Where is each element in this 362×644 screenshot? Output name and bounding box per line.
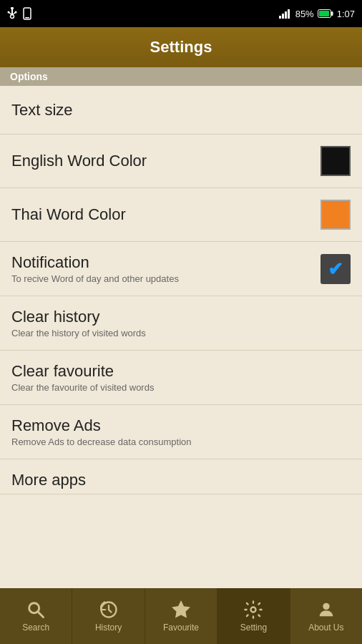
clear-favourite-title: Clear favourite — [11, 362, 351, 381]
english-word-color-title: English Word Color — [11, 152, 321, 170]
history-icon — [99, 600, 119, 620]
nav-history[interactable]: History — [72, 588, 145, 644]
svg-rect-10 — [282, 14, 284, 19]
clear-history-title: Clear history — [11, 308, 351, 326]
svg-rect-9 — [279, 16, 281, 19]
svg-rect-15 — [319, 11, 329, 16]
notification-checkbox[interactable]: ✔ — [321, 254, 351, 284]
search-icon — [26, 600, 46, 620]
thai-color-swatch[interactable] — [321, 200, 351, 230]
battery-icon — [318, 9, 333, 18]
svg-point-5 — [15, 11, 17, 14]
svg-line-17 — [39, 613, 44, 618]
checkmark-icon: ✔ — [328, 260, 343, 278]
svg-point-20 — [251, 608, 256, 613]
svg-rect-11 — [285, 11, 287, 19]
clear-history-item[interactable]: Clear history Clear the history of visit… — [0, 296, 362, 351]
svg-rect-8 — [25, 17, 29, 19]
remove-ads-item[interactable]: Remove Ads Remove Ads to decrease data c… — [0, 405, 362, 459]
star-icon — [171, 600, 191, 620]
svg-point-6 — [11, 15, 14, 19]
nav-history-label: History — [95, 623, 122, 633]
section-label: Options — [0, 67, 362, 86]
clock: 1:07 — [337, 9, 355, 19]
nav-setting[interactable]: Setting — [217, 588, 290, 644]
nav-search-label: Search — [22, 623, 49, 633]
nav-favourite-label: Favourite — [163, 623, 199, 633]
thai-word-color-item[interactable]: Thai Word Color — [0, 188, 362, 242]
battery-level: 85% — [295, 9, 314, 19]
text-size-title: Text size — [11, 101, 351, 119]
bottom-navigation: Search History Favourite Setting About U… — [0, 588, 362, 644]
phone-icon — [21, 7, 33, 20]
more-apps-title: More apps — [11, 471, 351, 489]
remove-ads-title: Remove Ads — [11, 416, 351, 435]
settings-header: Settings — [0, 27, 362, 67]
notification-subtitle: To recive Word of day and other updates — [11, 273, 321, 284]
person-icon — [316, 600, 336, 620]
svg-rect-0 — [11, 7, 14, 9]
svg-marker-19 — [172, 601, 189, 617]
more-apps-item[interactable]: More apps — [0, 459, 362, 494]
nav-favourite[interactable]: Favourite — [145, 588, 217, 644]
svg-point-4 — [8, 11, 10, 14]
notification-title: Notification — [11, 253, 321, 272]
notification-item[interactable]: Notification To recive Word of day and o… — [0, 242, 362, 296]
nav-setting-label: Setting — [240, 623, 267, 633]
status-bar: 85% 1:07 — [0, 0, 362, 27]
settings-list: Text size English Word Color Thai Word C… — [0, 86, 362, 586]
signal-icon — [279, 9, 292, 19]
english-color-swatch[interactable] — [321, 146, 351, 176]
status-right: 85% 1:07 — [279, 9, 355, 19]
svg-rect-14 — [331, 11, 333, 16]
status-icons — [7, 7, 33, 20]
settings-icon — [243, 600, 263, 620]
nav-about-us[interactable]: About Us — [290, 588, 362, 644]
clear-favourite-item[interactable]: Clear favourite Clear the favourite of v… — [0, 351, 362, 405]
svg-point-21 — [323, 603, 329, 610]
clear-history-subtitle: Clear the history of visited words — [11, 328, 351, 338]
remove-ads-subtitle: Remove Ads to decrease data consumption — [11, 436, 351, 447]
text-size-item[interactable]: Text size — [0, 86, 362, 135]
page-title: Settings — [150, 38, 212, 57]
english-word-color-item[interactable]: English Word Color — [0, 135, 362, 188]
thai-word-color-title: Thai Word Color — [11, 205, 321, 224]
usb-icon — [7, 7, 17, 20]
nav-about-us-label: About Us — [308, 623, 343, 633]
svg-rect-12 — [288, 9, 290, 19]
nav-search[interactable]: Search — [0, 588, 72, 644]
clear-favourite-subtitle: Clear the favourite of visited words — [11, 382, 351, 393]
